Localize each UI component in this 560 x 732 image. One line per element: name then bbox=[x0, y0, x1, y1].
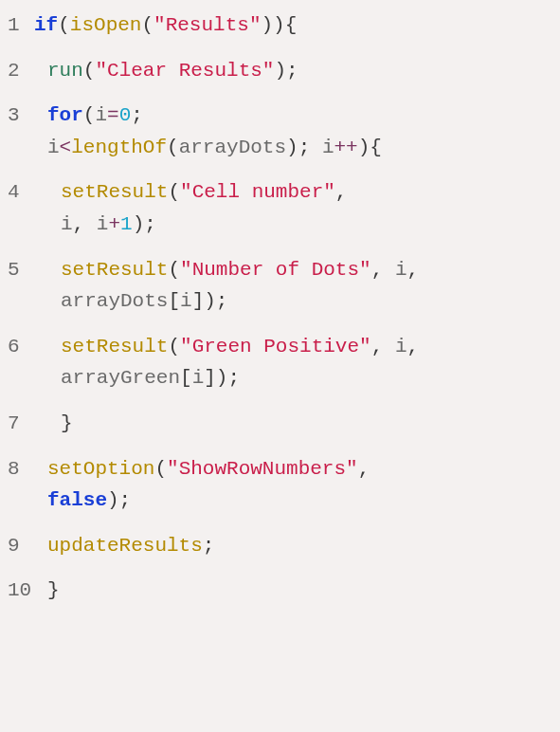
code-content: } bbox=[34, 575, 552, 607]
fn-run: run bbox=[47, 60, 83, 82]
line-number: 2 bbox=[8, 55, 34, 87]
var-i: i bbox=[395, 336, 407, 357]
line-number: 5 bbox=[8, 254, 34, 286]
keyword-if: if bbox=[34, 14, 58, 36]
line-number: 4 bbox=[8, 176, 34, 209]
var-i: i bbox=[322, 137, 334, 158]
var-arraydots: arrayDots bbox=[179, 137, 286, 158]
string-literal: "Results" bbox=[154, 14, 261, 36]
code-content: run("Clear Results"); bbox=[34, 55, 552, 87]
code-line: 6 setResult("Green Positive", i, arrayGr… bbox=[8, 331, 552, 394]
keyword-for: for bbox=[47, 104, 83, 126]
paren: ( bbox=[83, 104, 96, 126]
op-lt: < bbox=[60, 137, 72, 158]
keyword-false: false bbox=[47, 489, 107, 511]
code-line: 4 setResult("Cell number",i, i+1); bbox=[8, 176, 552, 240]
var-arraydots: arrayDots bbox=[61, 290, 168, 312]
num-one: 1 bbox=[120, 213, 133, 235]
paren: ); bbox=[274, 60, 298, 82]
code-content: setOption("ShowRowNumbers",false); bbox=[34, 453, 552, 517]
code-line: 5 setResult("Number of Dots", i, arrayDo… bbox=[8, 254, 552, 318]
string-literal: "Clear Results" bbox=[95, 60, 274, 82]
string-literal: "ShowRowNumbers" bbox=[167, 458, 358, 480]
code-content: for(i=0;i<lengthOf(arrayDots); i++){ bbox=[34, 100, 552, 163]
code-content: if(isOpen("Results")){ bbox=[34, 9, 552, 42]
line-number: 8 bbox=[8, 453, 34, 485]
var-i: i bbox=[395, 259, 407, 281]
paren: ( bbox=[83, 60, 96, 82]
string-literal: "Cell number" bbox=[180, 181, 335, 203]
var-i: i bbox=[61, 213, 73, 235]
code-block: 1 if(isOpen("Results")){ 2 run("Clear Re… bbox=[8, 9, 552, 607]
var-i: i bbox=[192, 367, 205, 389]
string-literal: "Green Positive" bbox=[180, 336, 371, 357]
fn-setresult: setResult bbox=[61, 181, 168, 203]
var-i: i bbox=[180, 290, 192, 312]
semicolon: ; bbox=[131, 104, 143, 126]
op-inc: ++ bbox=[334, 137, 358, 158]
code-line: 9 updateResults; bbox=[8, 530, 552, 562]
code-line: 7 } bbox=[8, 408, 552, 440]
code-content: setResult("Number of Dots", i, arrayDots… bbox=[34, 254, 552, 318]
line-number: 9 bbox=[8, 530, 34, 562]
code-line: 3 for(i=0;i<lengthOf(arrayDots); i++){ bbox=[8, 100, 552, 163]
op-eq: = bbox=[107, 104, 119, 126]
fn-isopen: isOpen bbox=[70, 14, 142, 36]
fn-setresult: setResult bbox=[61, 259, 168, 281]
line-number: 1 bbox=[8, 9, 34, 42]
line-number: 7 bbox=[8, 408, 34, 440]
string-literal: "Number of Dots" bbox=[180, 259, 371, 281]
paren: )){ bbox=[261, 14, 297, 36]
var-i: i bbox=[47, 137, 60, 158]
code-content: setResult("Green Positive", i, arrayGree… bbox=[34, 331, 552, 394]
line-number: 3 bbox=[8, 100, 34, 132]
code-content: updateResults; bbox=[34, 530, 552, 562]
num-zero: 0 bbox=[119, 104, 132, 126]
var-i: i bbox=[95, 104, 107, 126]
brace-close: } bbox=[61, 412, 73, 434]
brace-close: } bbox=[47, 579, 60, 601]
code-line: 8 setOption("ShowRowNumbers",false); bbox=[8, 453, 552, 517]
var-arraygreen: arrayGreen bbox=[61, 367, 180, 389]
paren: ( bbox=[58, 14, 70, 36]
fn-updateresults: updateResults bbox=[47, 535, 203, 557]
code-content: } bbox=[34, 408, 552, 440]
code-line: 10 } bbox=[8, 575, 552, 607]
fn-setoption: setOption bbox=[47, 458, 154, 480]
fn-lengthof: lengthOf bbox=[71, 137, 167, 158]
code-content: setResult("Cell number",i, i+1); bbox=[34, 176, 552, 240]
op-plus: + bbox=[108, 213, 120, 235]
line-number: 6 bbox=[8, 331, 34, 363]
var-i: i bbox=[97, 213, 109, 235]
line-number: 10 bbox=[8, 575, 34, 607]
code-line: 1 if(isOpen("Results")){ bbox=[8, 9, 552, 42]
code-line: 2 run("Clear Results"); bbox=[8, 55, 552, 87]
fn-setresult: setResult bbox=[61, 336, 168, 357]
paren: ( bbox=[141, 14, 154, 36]
